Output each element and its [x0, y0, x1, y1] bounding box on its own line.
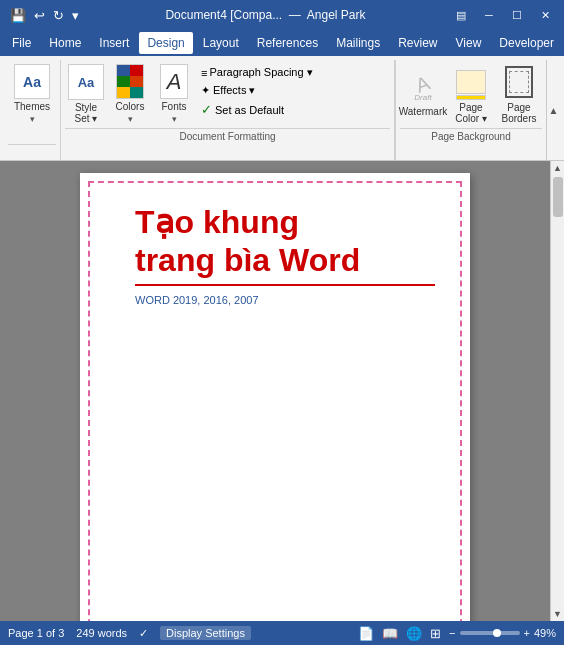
style-set-icon: Aa [78, 75, 95, 90]
themes-label: Themes [14, 101, 50, 112]
watermark-button[interactable]: A Draft Watermark [400, 62, 446, 126]
style-set-button[interactable]: Aa StyleSet ▾ [65, 62, 107, 126]
page-bg-items: A Draft Watermark Page Color ▾ [400, 60, 542, 126]
zoom-slider[interactable] [460, 631, 520, 635]
themes-icon [14, 64, 50, 99]
document-subtitle: WORD 2019, 2016, 2007 [135, 294, 435, 306]
ribbon: Themes ▾ Aa StyleSet ▾ [0, 56, 564, 161]
doc-formatting-label: Document Formatting [65, 128, 390, 144]
scroll-down-arrow[interactable]: ▼ [551, 607, 565, 621]
menu-review[interactable]: Review [390, 32, 445, 54]
colors-arrow: ▾ [128, 114, 133, 124]
status-left: Page 1 of 3 249 words ✓ Display Settings [8, 626, 251, 640]
zoom-out-button[interactable]: − [449, 627, 455, 639]
zoom-control: − + 49% [449, 627, 556, 639]
watermark-label: Watermark [399, 106, 448, 117]
display-settings-button[interactable]: Display Settings [160, 626, 251, 640]
ribbon-group-themes: Themes ▾ [4, 60, 61, 160]
zoom-in-button[interactable]: + [524, 627, 530, 639]
status-bar: Page 1 of 3 249 words ✓ Display Settings… [0, 621, 564, 645]
spell-check-icon: ✓ [139, 627, 148, 640]
watermark-icon: A Draft [405, 64, 441, 104]
doc-formatting-right: ≡ Paragraph Spacing ▾ ✦ Effects ▾ ✓ Set … [197, 62, 317, 119]
colors-button[interactable]: Colors ▾ [109, 62, 151, 126]
customize-qat-icon[interactable]: ▾ [70, 7, 81, 24]
para-spacing-label: Paragraph Spacing ▾ [209, 66, 312, 79]
fonts-icon: A [160, 64, 188, 99]
menu-layout[interactable]: Layout [195, 32, 247, 54]
word-count: 249 words [76, 627, 127, 639]
menu-references[interactable]: References [249, 32, 326, 54]
menu-home[interactable]: Home [41, 32, 89, 54]
colors-icon [116, 64, 144, 99]
doc-formatting-group: Aa StyleSet ▾ Colors ▾ [61, 60, 395, 160]
menu-file[interactable]: File [4, 32, 39, 54]
para-spacing-icon: ≡ [201, 67, 207, 79]
page-borders-label: Page Borders [498, 102, 540, 124]
zoom-level: 49% [534, 627, 556, 639]
doc-name: Document4 [Compa... [165, 8, 282, 22]
document-scroll-area: Tạo khung trang bìa Word WORD 2019, 2016… [0, 161, 550, 621]
menu-developer[interactable]: Developer [491, 32, 562, 54]
page-color-button[interactable]: Page Color ▾ [448, 62, 494, 126]
page-content: Tạo khung trang bìa Word WORD 2019, 2016… [80, 173, 470, 338]
scroll-up-arrow[interactable]: ▲ [551, 161, 565, 175]
minimize-button[interactable]: ─ [478, 4, 500, 26]
page-borders-button[interactable]: Page Borders [496, 62, 542, 126]
fonts-label: Fonts [161, 101, 186, 112]
vertical-scrollbar: ▲ ▼ [550, 161, 564, 621]
menu-insert[interactable]: Insert [91, 32, 137, 54]
themes-group-spacer [8, 144, 56, 160]
set-default-button[interactable]: ✓ Set as Default [197, 100, 317, 119]
title-bar: 💾 ↩ ↻ ▾ Document4 [Compa... — Angel Park… [0, 0, 564, 30]
read-view-icon[interactable]: 📖 [382, 626, 398, 641]
fonts-arrow: ▾ [172, 114, 177, 124]
status-right: 📄 📖 🌐 ⊞ − + 49% [358, 626, 556, 641]
page-color-icon [453, 64, 489, 100]
paragraph-spacing-button[interactable]: ≡ Paragraph Spacing ▾ [197, 64, 317, 81]
doc-formatting-top: Aa StyleSet ▾ Colors ▾ [65, 60, 390, 126]
menu-view[interactable]: View [448, 32, 490, 54]
redo-icon[interactable]: ↻ [51, 7, 66, 24]
ribbon-scroll-up[interactable]: ▲ [546, 60, 560, 160]
ribbon-content: Themes ▾ Aa StyleSet ▾ [0, 56, 564, 160]
user-name-title: Angel Park [307, 8, 366, 22]
save-icon[interactable]: 💾 [8, 7, 28, 24]
quick-access-toolbar: 💾 ↩ ↻ ▾ [8, 7, 81, 24]
document-area: Tạo khung trang bìa Word WORD 2019, 2016… [0, 161, 564, 621]
page-info: Page 1 of 3 [8, 627, 64, 639]
effects-icon: ✦ [201, 84, 210, 97]
page-borders-icon [501, 64, 537, 100]
window-controls: ▤ ─ ☐ ✕ [450, 4, 556, 26]
effects-label: Effects ▾ [213, 84, 255, 97]
window-title: Document4 [Compa... — Angel Park [81, 8, 450, 22]
web-view-icon[interactable]: 🌐 [406, 626, 422, 641]
page-bg-label: Page Background [400, 128, 542, 144]
document-title: Tạo khung trang bìa Word [135, 203, 435, 286]
ribbon-display-icon[interactable]: ▤ [450, 4, 472, 26]
scroll-track[interactable] [551, 175, 564, 607]
effects-button[interactable]: ✦ Effects ▾ [197, 82, 317, 99]
themes-arrow: ▾ [30, 114, 35, 124]
fonts-button[interactable]: A Fonts ▾ [153, 62, 195, 126]
document-page: Tạo khung trang bìa Word WORD 2019, 2016… [80, 173, 470, 621]
set-default-label: Set as Default [215, 104, 284, 116]
style-set-label: StyleSet ▾ [75, 102, 98, 124]
document-view-icon[interactable]: 📄 [358, 626, 374, 641]
maximize-button[interactable]: ☐ [506, 4, 528, 26]
page-background-group: A Draft Watermark Page Color ▾ [395, 60, 546, 160]
title-line-2: trang bìa Word [135, 242, 360, 278]
themes-button[interactable]: Themes ▾ [8, 62, 56, 126]
zoom-thumb[interactable] [493, 629, 501, 637]
colors-label: Colors [116, 101, 145, 112]
scroll-thumb[interactable] [553, 177, 563, 217]
focus-view-icon[interactable]: ⊞ [430, 626, 441, 641]
close-button[interactable]: ✕ [534, 4, 556, 26]
menu-design[interactable]: Design [139, 32, 192, 54]
menu-mailings[interactable]: Mailings [328, 32, 388, 54]
page-color-label: Page Color ▾ [450, 102, 492, 124]
checkmark-icon: ✓ [201, 102, 212, 117]
title-line-1: Tạo khung [135, 204, 299, 240]
undo-icon[interactable]: ↩ [32, 7, 47, 24]
menu-bar: File Home Insert Design Layout Reference… [0, 30, 564, 56]
